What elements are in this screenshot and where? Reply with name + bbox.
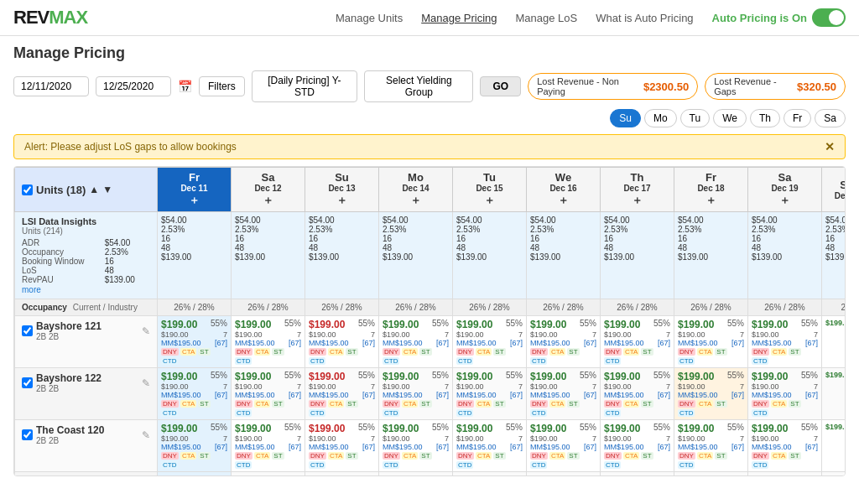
table-container: Units (18) ▲ ▼ Fr Dec 11 ＋ Sa Dec 12 ＋ [13, 166, 846, 476]
day-buttons: Su Mo Tu We Th Fr Sa [610, 109, 846, 127]
go-button[interactable]: GO [480, 76, 521, 96]
auto-pricing-toggle-group: Auto Pricing is On [712, 8, 846, 27]
alert-text: Alert: Please adjust LoS gaps to allow b… [24, 141, 237, 153]
lsi-label-los: LoS [22, 266, 100, 275]
revenue-badges: Lost Revenue - Non Paying $2300.50 Lost … [528, 73, 846, 100]
col-header-dec-more: Su Dec ... [822, 168, 846, 212]
unit-row-coast-120: The Coast 120 2B 2B ✎ $199.0055%$190.00 … [15, 420, 846, 472]
lsi-title: LSI Data Insights [22, 216, 150, 226]
unit-row-bayshore-122: Bayshore 122 2B 2B ✎ $199.0055% $190.00 … [15, 368, 846, 420]
non-paying-badge: Lost Revenue - Non Paying $2300.50 [528, 73, 698, 100]
lsi-label-bw: Booking Window [22, 257, 100, 266]
lsi-val-occ: 2.53% [105, 247, 150, 257]
filter-button[interactable]: Filters [199, 76, 245, 96]
units-title: Units (18) [36, 184, 86, 196]
calendar-icon: 📅 [178, 80, 192, 93]
lsi-label-occ: Occupancy [22, 247, 100, 257]
units-sort-up-icon[interactable]: ▲ [89, 184, 99, 195]
gaps-label: Lost Revenue - Gaps [714, 76, 792, 96]
day-btn-we[interactable]: We [713, 109, 747, 127]
bayshore-121-type: 2B 2B [36, 332, 102, 341]
page-title: Manage Pricing [13, 44, 846, 62]
pricing-filter-dropdown[interactable]: [Daily Pricing] Y-STD [252, 70, 358, 102]
coast-120-name: The Coast 120 [36, 424, 104, 436]
occupancy-label: Occupancy [22, 303, 67, 312]
unit-row-coast-123: The Coast 123 🔒 2B 2B ✎ $199.0055%$190.0… [15, 472, 846, 477]
bayshore-122-name: Bayshore 122 [36, 372, 102, 384]
non-paying-label: Lost Revenue - Non Paying [537, 76, 638, 96]
lsi-label-adr: ADR [22, 238, 100, 247]
lsi-more-link[interactable]: more [22, 285, 41, 294]
lsi-data-row: LSI Data Insights Units (214) ADR $54.00… [15, 212, 846, 299]
units-header-row: Units (18) ▲ ▼ Fr Dec 11 ＋ Sa Dec 12 ＋ [15, 168, 846, 212]
bayshore-122-edit-icon[interactable]: ✎ [142, 377, 150, 389]
logo-rev: REV [13, 7, 49, 28]
units-sort-down-icon[interactable]: ▼ [102, 184, 112, 195]
units-header-cell: Units (18) ▲ ▼ [15, 168, 158, 212]
occupancy-row: Occupancy Current / Industry 26% / 28% 2… [15, 299, 846, 316]
bayshore-121-edit-icon[interactable]: ✎ [142, 325, 150, 337]
nav-manage-pricing[interactable]: Manage Pricing [421, 12, 497, 24]
alert-close-button[interactable]: ✕ [825, 140, 835, 153]
lsi-val-bw: 16 [105, 257, 150, 266]
bayshore-121-name: Bayshore 121 [36, 320, 102, 332]
col-header-dec14: Mo Dec 14 ＋ [379, 168, 453, 212]
day-btn-mo[interactable]: Mo [644, 109, 677, 127]
col-add-dec17[interactable]: ＋ [632, 194, 643, 206]
alert-bar: Alert: Please adjust LoS gaps to allow b… [13, 134, 846, 159]
day-btn-tu[interactable]: Tu [680, 109, 711, 127]
yielding-group-dropdown[interactable]: Select Yielding Group [364, 70, 473, 102]
col-add-dec12[interactable]: ＋ [263, 194, 273, 206]
col-add-dec11[interactable]: ＋ [189, 194, 200, 206]
nav-manage-units[interactable]: Manage Units [336, 12, 403, 24]
col-header-dec13: Su Dec 13 ＋ [305, 168, 379, 212]
gaps-badge: Lost Revenue - Gaps $320.50 [705, 73, 846, 100]
col-header-dec17: Th Dec 17 ＋ [601, 168, 674, 212]
gaps-amount: $320.50 [797, 81, 836, 93]
col-add-dec16[interactable]: ＋ [558, 194, 569, 206]
unit-row-bayshore-121: Bayshore 121 2B 2B ✎ $199.00 55% $190.00… [15, 316, 846, 368]
nav-what-is-auto[interactable]: What is Auto Pricing [596, 12, 693, 24]
lsi-label-revpau: RevPAU [22, 275, 100, 284]
date-from-input[interactable] [13, 76, 89, 96]
col-header-dec18: Fr Dec 18 ＋ [674, 168, 748, 212]
day-filter-row: Su Mo Tu We Th Fr Sa [13, 109, 846, 127]
lsi-val-adr: $54.00 [105, 238, 150, 247]
units-select-all-checkbox[interactable] [22, 184, 33, 195]
col-add-dec13[interactable]: ＋ [336, 194, 347, 206]
day-btn-su[interactable]: Su [610, 109, 641, 127]
col-header-dec16: We Dec 16 ＋ [527, 168, 601, 212]
day-btn-th[interactable]: Th [750, 109, 780, 127]
bayshore-122-checkbox[interactable] [22, 377, 33, 388]
controls-row: 📅 Filters [Daily Pricing] Y-STD Select Y… [13, 70, 846, 102]
lsi-val-los: 48 [105, 266, 150, 275]
col-header-dec12: Sa Dec 12 ＋ [232, 168, 305, 212]
auto-pricing-toggle[interactable] [812, 8, 846, 27]
day-btn-sa[interactable]: Sa [815, 109, 846, 127]
logo-max: MAX [49, 7, 87, 28]
bayshore-122-type: 2B 2B [36, 384, 102, 393]
col-add-dec19[interactable]: ＋ [779, 194, 790, 206]
date-to-input[interactable] [96, 76, 171, 96]
page-content: Manage Pricing 📅 Filters [Daily Pricing]… [0, 36, 859, 485]
col-header-dec19: Sa Dec 19 ＋ [748, 168, 822, 212]
col-add-dec14[interactable]: ＋ [410, 194, 421, 206]
non-paying-amount: $2300.50 [643, 81, 689, 93]
col-add-dec18[interactable]: ＋ [705, 194, 716, 206]
main-nav: Manage Units Manage Pricing Manage LoS W… [336, 8, 846, 27]
logo: REVMAX [13, 7, 87, 29]
coast-120-edit-icon[interactable]: ✎ [142, 429, 150, 441]
col-add-dec15[interactable]: ＋ [484, 194, 495, 206]
coast-120-checkbox[interactable] [22, 429, 33, 440]
occupancy-sublabel: Current / Industry [73, 303, 138, 312]
auto-pricing-label: Auto Pricing is On [712, 12, 807, 24]
col-header-dec15: Tu Dec 15 ＋ [453, 168, 527, 212]
day-btn-fr[interactable]: Fr [784, 109, 811, 127]
coast-120-type: 2B 2B [36, 436, 104, 445]
nav-manage-los[interactable]: Manage LoS [516, 12, 578, 24]
col-header-dec11: Fr Dec 11 ＋ [158, 168, 232, 212]
header: REVMAX Manage Units Manage Pricing Manag… [0, 0, 859, 36]
bayshore-121-checkbox[interactable] [22, 325, 33, 336]
lsi-val-revpau: $139.00 [105, 275, 150, 284]
lsi-subtitle: Units (214) [22, 226, 150, 236]
